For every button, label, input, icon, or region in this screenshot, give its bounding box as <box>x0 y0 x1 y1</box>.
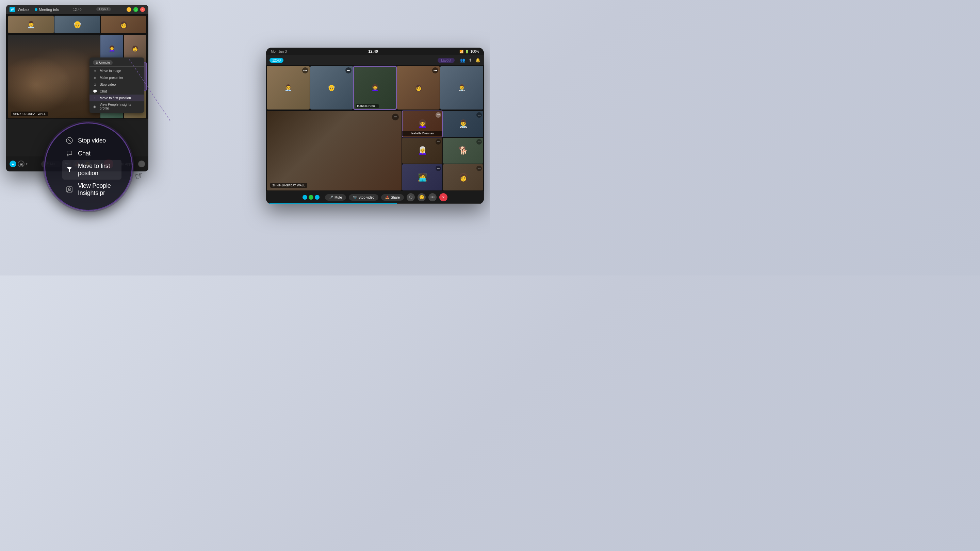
top-thumbnails-row: 👨‍💼 👴 👩 <box>6 14 148 34</box>
ipad-share-icon[interactable]: ⬆ <box>469 58 472 63</box>
ipad-bluetooth-button[interactable]: ⬡ <box>407 193 415 202</box>
battery-icon: 🔋 <box>465 50 469 53</box>
ipad-share-label: Share <box>391 195 400 199</box>
ipad-cell-5[interactable]: 🧑‍💻 ••• <box>402 164 442 191</box>
move-first-icon: ↑ <box>93 96 97 100</box>
ipad-main-area: SHN7-16-GREAT WALL ••• 👩‍🦱 ••• Isabelle … <box>266 110 484 191</box>
isabelle-name-badge: Isabelle Brennan <box>402 131 442 136</box>
cm-move-first[interactable]: ↑ Move to first position <box>89 95 144 102</box>
ipad-cell-4-dots[interactable]: ••• <box>476 139 482 144</box>
video-indicator: ▣ <box>18 160 24 167</box>
ipad-emoji-button[interactable]: 😊 <box>417 193 426 202</box>
make-presenter-icon: ◈ <box>93 76 97 79</box>
svg-point-5 <box>68 188 70 190</box>
thumbnail-3[interactable]: 👩 <box>101 16 146 33</box>
ipad-status-bar: Mon Jun 3 12:40 📶 🔋 100% <box>266 48 484 55</box>
cm-view-profile[interactable]: ◉ View People Insights profile <box>89 102 144 111</box>
ipad-date: Mon Jun 3 <box>271 50 287 53</box>
cm-chat-label: Chat <box>100 89 107 93</box>
ipad-cell-2-dots[interactable]: ••• <box>476 112 482 118</box>
app-name: Webex <box>18 8 29 11</box>
cm-make-presenter-label: Make presenter <box>100 76 123 79</box>
main-speaker-video[interactable]: SHN7-16-GREAT WALL <box>8 35 100 118</box>
cm-stop-video-label: Stop video <box>100 83 116 86</box>
signal-icon: 📶 <box>460 50 463 53</box>
ipad-thumb-1-dots[interactable]: ••• <box>302 67 308 73</box>
ipad-thumb-5[interactable]: 👨‍⚕️ <box>440 66 483 110</box>
cm-stop-video[interactable]: ⊘ Stop video <box>89 81 144 88</box>
ipad-circles <box>302 195 320 200</box>
ipad-cell-isabelle[interactable]: 👩‍🦱 ••• Isabelle Brennan <box>402 111 442 137</box>
ipad-toolbar-icons: 👥 ⬆ 🔔 <box>460 58 480 63</box>
ipad-mic-icon: 🎤 <box>329 195 333 199</box>
unmute-button[interactable]: ⊕ Unmute <box>93 60 113 65</box>
ipad-time: 12:40 <box>368 49 378 53</box>
ipad-thumbnails-row: 👨‍💼 ••• 👴 ••• 👩‍🦱 Isabelle Bren... 👩 •••… <box>266 65 484 110</box>
title-bar: W Webex Meeting info 12:40 Layout – □ × <box>6 5 148 14</box>
move-stage-icon: ⬆ <box>93 69 97 73</box>
toolbar-left: ● ▣ ▾ <box>10 160 27 167</box>
ipad-cell-6[interactable]: 👩 ••• <box>443 164 483 191</box>
cm-make-presenter[interactable]: ◈ Make presenter <box>89 74 144 81</box>
minimize-button[interactable]: – <box>127 7 131 12</box>
people-button[interactable] <box>138 160 145 167</box>
close-button[interactable]: × <box>140 7 145 12</box>
ipad-meeting-bar: 12:40 Layout 👥 ⬆ 🔔 <box>266 55 484 65</box>
ipad-thumb-2[interactable]: 👴 ••• <box>310 66 353 110</box>
stop-video-icon: ⊘ <box>93 82 97 86</box>
ipad-circle-3 <box>315 195 320 200</box>
ipad-cell-4[interactable]: 🐕 ••• <box>443 138 483 164</box>
battery-pct: 100% <box>470 50 479 53</box>
meeting-info-label: Meeting info <box>39 8 59 11</box>
ipad-cell-3-dots[interactable]: ••• <box>436 139 441 144</box>
ipad-camera-icon: 📷 <box>353 195 357 199</box>
webex-logo: W <box>10 7 15 12</box>
circ-stop-video[interactable]: Stop video <box>62 134 121 147</box>
view-profile-icon: ◉ <box>93 105 97 108</box>
ipad-mute-label: Mute <box>334 195 342 199</box>
circ-stop-video-icon <box>66 137 73 144</box>
ipad-main-speaker[interactable]: SHN7-16-GREAT WALL ••• <box>267 111 401 191</box>
maximize-button[interactable]: □ <box>134 7 138 12</box>
circ-view-insights-icon <box>66 186 73 193</box>
cm-move-stage-label: Move to stage <box>100 69 121 73</box>
ipad-active-name: Isabelle Bren... <box>356 104 379 108</box>
circ-move-first[interactable]: Move to first position <box>62 160 121 179</box>
layout-badge[interactable]: Layout <box>96 7 111 11</box>
thumbnail-1[interactable]: 👨‍💼 <box>8 16 54 33</box>
circ-chat[interactable]: Chat <box>62 147 121 160</box>
context-menu-small: ⊕ Unmute ⬆ Move to stage ◈ Make presente… <box>89 57 144 113</box>
ipad-progress-bar <box>266 203 397 204</box>
ipad-progress-bar-container <box>266 203 484 204</box>
circ-chat-label: Chat <box>78 150 91 157</box>
ipad-thumb-4[interactable]: 👩 ••• <box>397 66 440 110</box>
ipad-bell-icon[interactable]: 🔔 <box>476 58 480 63</box>
status-indicator: ● <box>10 160 16 167</box>
ipad-cell-3[interactable]: 👩‍🦳 ••• <box>402 138 442 164</box>
cm-move-stage[interactable]: ⬆ Move to stage <box>89 67 144 74</box>
cm-chat[interactable]: 💬 Chat <box>89 88 144 95</box>
ipad-cell-2[interactable]: 👨‍⚕️ ••• <box>443 111 483 137</box>
ipad-thumb-3-active[interactable]: 👩‍🦱 Isabelle Bren... <box>353 66 396 110</box>
ipad-status-right: 📶 🔋 100% <box>460 50 479 53</box>
ipad-layout-button[interactable]: Layout <box>438 58 455 63</box>
ipad-stop-video-label: Stop video <box>358 195 374 199</box>
ipad-thumb-1[interactable]: 👨‍💼 ••• <box>267 66 310 110</box>
ipad-people-icon[interactable]: 👥 <box>460 58 465 63</box>
video-chevron: ▾ <box>26 162 27 166</box>
thumbnail-2[interactable]: 👴 <box>54 16 100 33</box>
ipad-end-call-button[interactable]: × <box>439 193 447 202</box>
ipad-share-button[interactable]: 📤 Share <box>381 194 404 201</box>
circ-stop-video-label: Stop video <box>78 137 106 144</box>
circular-context-menu: Stop video Chat Move to first position <box>44 122 133 211</box>
ipad-more-button[interactable]: ••• <box>428 193 437 202</box>
ipad-main-speaker-label: SHN7-16-GREAT WALL <box>270 183 307 188</box>
meeting-info-tab[interactable]: Meeting info <box>35 8 59 11</box>
ipad-mute-button[interactable]: 🎤 Mute <box>325 194 346 201</box>
ipad-stop-video-button[interactable]: 📷 Stop video <box>349 194 379 201</box>
circ-view-insights[interactable]: View People Insights pr <box>62 179 121 199</box>
ipad-circle-1 <box>302 195 307 200</box>
ipad-share-icon-btn: 📤 <box>385 195 389 199</box>
ipad-cell-isabelle-dots[interactable]: ••• <box>436 112 441 118</box>
ipad-sidebar-grid: 👩‍🦱 ••• Isabelle Brennan 👨‍⚕️ ••• 👩‍🦳 ••… <box>402 111 483 191</box>
